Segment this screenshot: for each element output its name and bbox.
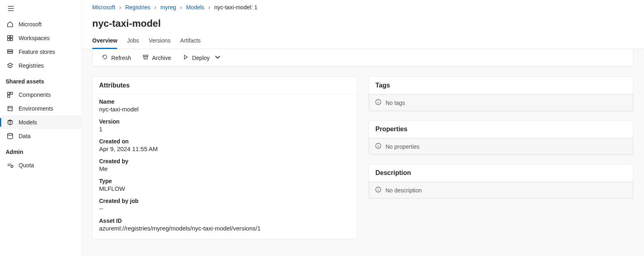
svg-point-19 [11,165,13,167]
data-icon [6,132,14,140]
svg-rect-11 [8,95,10,97]
card-header-description: Description [369,164,633,182]
attr-label: Created on [99,138,350,145]
nav-workspaces[interactable]: Workspaces [0,31,81,45]
nav-label: Data [19,133,31,139]
breadcrumb-link-myreg[interactable]: myreg [160,4,176,11]
nav-label: Microsoft [19,21,42,28]
nav-microsoft[interactable]: Microsoft [0,17,81,31]
svg-rect-8 [8,52,13,53]
nav-data[interactable]: Data [0,129,81,143]
quota-icon [6,162,14,169]
no-description-message: No description [369,182,633,198]
attr-label: Version [99,118,350,125]
attr-value: Me [99,165,350,172]
description-card: Description No description [369,164,633,199]
attr-label: Created by job [99,198,350,204]
attr-label: Created by [99,158,350,164]
info-icon [375,99,381,107]
attr-value: -- [99,205,350,212]
archive-icon [142,54,149,62]
workspaces-icon [6,34,14,42]
nav-components[interactable]: Components [0,88,81,102]
svg-rect-10 [11,92,13,94]
card-header-properties: Properties [369,121,633,138]
attr-created-on: Created on Apr 9, 2024 11:55 AM [99,138,350,152]
svg-rect-5 [8,38,10,41]
breadcrumb-link-microsoft[interactable]: Microsoft [92,4,115,11]
sidebar: Microsoft Workspaces Feature stores Regi… [0,0,82,256]
hamburger-button[interactable] [0,2,81,17]
chevron-right-icon: › [155,4,157,11]
page-title: nyc-taxi-model [82,12,644,33]
tabs: Overview Jobs Versions Artifacts [82,33,644,49]
attr-version: Version 1 [99,118,350,132]
attr-label: Name [99,98,350,105]
chevron-right-icon: › [180,4,182,11]
empty-text: No properties [386,143,419,150]
breadcrumb-link-registries[interactable]: Registries [125,4,150,11]
models-icon [6,119,14,126]
nav-environments[interactable]: Environments [0,102,81,115]
breadcrumb-link-models[interactable]: Models [186,4,204,11]
attr-type: Type MLFLOW [99,178,350,192]
nav-label: Environments [19,105,53,112]
tab-artifacts[interactable]: Artifacts [180,33,201,49]
tab-versions[interactable]: Versions [149,33,171,49]
svg-marker-23 [184,55,187,59]
nav-feature-stores[interactable]: Feature stores [0,45,81,59]
nav-label: Quota [19,162,34,169]
nav-models[interactable]: Models [0,115,81,129]
breadcrumb: Microsoft › Registries › myreg › Models … [82,0,644,12]
no-properties-message: No properties [369,138,633,155]
tab-overview[interactable]: Overview [92,33,117,49]
nav-label: Registries [19,62,44,69]
attr-asset-id: Asset ID azureml://registries/myreg/mode… [99,218,350,232]
svg-rect-7 [8,50,13,51]
tab-jobs[interactable]: Jobs [127,33,139,49]
svg-point-16 [8,133,13,135]
attr-value: Apr 9, 2024 11:55 AM [99,145,350,152]
attr-created-by-job: Created by job -- [99,198,350,212]
svg-rect-12 [8,107,13,111]
deploy-button[interactable]: Deploy [178,51,226,64]
nav-registries[interactable]: Registries [0,59,81,73]
properties-card: Properties No properties [369,120,633,155]
section-admin: Admin [0,143,81,158]
attr-value: MLFLOW [99,185,350,192]
environments-icon [6,105,14,112]
archive-button[interactable]: Archive [138,51,176,64]
nav-label: Models [19,119,37,126]
play-icon [182,54,189,62]
attr-label: Type [99,178,350,184]
empty-text: No tags [386,100,405,106]
chevron-right-icon: › [119,4,121,11]
svg-rect-6 [11,38,13,41]
svg-rect-3 [8,36,10,38]
button-label: Archive [152,55,171,61]
attr-value: azureml://registries/myreg/models/nyc-ta… [99,225,350,232]
no-tags-message: No tags [369,94,633,111]
attributes-card: Attributes Name nyc-taxi-model Version 1… [92,77,357,239]
svg-rect-4 [11,36,13,38]
nav-label: Components [19,92,51,98]
info-icon [375,186,381,194]
attr-label: Asset ID [99,218,350,224]
tags-card: Tags No tags [369,77,633,111]
attr-created-by: Created by Me [99,158,350,172]
chevron-right-icon: › [208,4,210,11]
attr-value: 1 [99,126,350,132]
refresh-icon [102,54,108,62]
registries-icon [6,62,14,69]
feature-stores-icon [6,48,14,55]
chevron-down-icon [213,54,221,62]
attr-value: nyc-taxi-model [99,106,350,113]
empty-text: No description [386,187,422,194]
home-icon [6,21,14,28]
toolbar: Refresh Archive Deploy [92,49,633,67]
main-content: Microsoft › Registries › myreg › Models … [82,0,644,256]
info-icon [375,143,381,150]
attr-name: Name nyc-taxi-model [99,98,350,113]
nav-quota[interactable]: Quota [0,158,81,172]
refresh-button[interactable]: Refresh [97,51,136,64]
